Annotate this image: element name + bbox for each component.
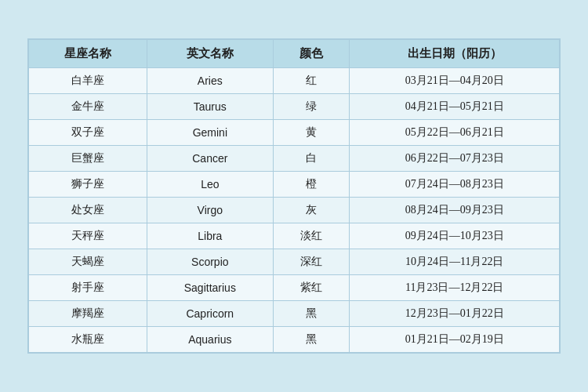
table-row: 巨蟹座Cancer白06月22日—07月23日 xyxy=(29,146,560,172)
table-row: 金牛座Taurus绿04月21日—05月21日 xyxy=(29,94,560,120)
cell-dates: 04月21日—05月21日 xyxy=(350,94,560,120)
cell-chinese-name: 白羊座 xyxy=(29,68,147,94)
table-row: 天秤座Libra淡红09月24日—10月23日 xyxy=(29,223,560,249)
table-row: 水瓶座Aquarius黑01月21日—02月19日 xyxy=(29,327,560,353)
cell-dates: 09月24日—10月23日 xyxy=(350,223,560,249)
cell-chinese-name: 天秤座 xyxy=(29,223,147,249)
cell-english-name: Capricorn xyxy=(147,301,273,327)
table-body: 白羊座Aries红03月21日—04月20日金牛座Taurus绿04月21日—0… xyxy=(29,68,560,353)
header-english-name: 英文名称 xyxy=(147,40,273,68)
cell-color: 淡红 xyxy=(274,223,350,249)
table-row: 天蝎座Scorpio深红10月24日—11月22日 xyxy=(29,249,560,275)
table-row: 双子座Gemini黄05月22日—06月21日 xyxy=(29,120,560,146)
cell-english-name: Aquarius xyxy=(147,327,273,353)
cell-color: 红 xyxy=(274,68,350,94)
table-row: 处女座Virgo灰08月24日—09月23日 xyxy=(29,198,560,223)
cell-dates: 07月24日—08月23日 xyxy=(350,172,560,198)
zodiac-table: 星座名称 英文名称 颜色 出生日期（阳历） 白羊座Aries红03月21日—04… xyxy=(28,39,560,353)
cell-dates: 05月22日—06月21日 xyxy=(350,120,560,146)
cell-color: 紫红 xyxy=(274,275,350,301)
cell-color: 橙 xyxy=(274,172,350,198)
header-chinese-name: 星座名称 xyxy=(29,40,147,68)
header-dates: 出生日期（阳历） xyxy=(350,40,560,68)
cell-english-name: Sagittarius xyxy=(147,275,273,301)
cell-dates: 03月21日—04月20日 xyxy=(350,68,560,94)
table-header-row: 星座名称 英文名称 颜色 出生日期（阳历） xyxy=(29,40,560,68)
cell-chinese-name: 金牛座 xyxy=(29,94,147,120)
cell-color: 黄 xyxy=(274,120,350,146)
cell-color: 绿 xyxy=(274,94,350,120)
cell-chinese-name: 摩羯座 xyxy=(29,301,147,327)
table-row: 摩羯座Capricorn黑12月23日—01月22日 xyxy=(29,301,560,327)
cell-color: 灰 xyxy=(274,198,350,223)
cell-english-name: Libra xyxy=(147,223,273,249)
cell-dates: 08月24日—09月23日 xyxy=(350,198,560,223)
table-row: 白羊座Aries红03月21日—04月20日 xyxy=(29,68,560,94)
cell-dates: 10月24日—11月22日 xyxy=(350,249,560,275)
zodiac-table-container: 星座名称 英文名称 颜色 出生日期（阳历） 白羊座Aries红03月21日—04… xyxy=(27,38,561,354)
cell-color: 黑 xyxy=(274,327,350,353)
cell-chinese-name: 巨蟹座 xyxy=(29,146,147,172)
table-row: 射手座Sagittarius紫红11月23日—12月22日 xyxy=(29,275,560,301)
cell-chinese-name: 狮子座 xyxy=(29,172,147,198)
cell-english-name: Cancer xyxy=(147,146,273,172)
table-row: 狮子座Leo橙07月24日—08月23日 xyxy=(29,172,560,198)
cell-color: 黑 xyxy=(274,301,350,327)
cell-english-name: Taurus xyxy=(147,94,273,120)
cell-english-name: Leo xyxy=(147,172,273,198)
cell-chinese-name: 射手座 xyxy=(29,275,147,301)
header-color: 颜色 xyxy=(274,40,350,68)
cell-chinese-name: 处女座 xyxy=(29,198,147,223)
cell-chinese-name: 水瓶座 xyxy=(29,327,147,353)
cell-color: 白 xyxy=(274,146,350,172)
cell-dates: 11月23日—12月22日 xyxy=(350,275,560,301)
cell-english-name: Aries xyxy=(147,68,273,94)
cell-english-name: Gemini xyxy=(147,120,273,146)
cell-chinese-name: 天蝎座 xyxy=(29,249,147,275)
cell-english-name: Virgo xyxy=(147,198,273,223)
cell-english-name: Scorpio xyxy=(147,249,273,275)
cell-color: 深红 xyxy=(274,249,350,275)
cell-dates: 12月23日—01月22日 xyxy=(350,301,560,327)
cell-dates: 06月22日—07月23日 xyxy=(350,146,560,172)
cell-chinese-name: 双子座 xyxy=(29,120,147,146)
cell-dates: 01月21日—02月19日 xyxy=(350,327,560,353)
